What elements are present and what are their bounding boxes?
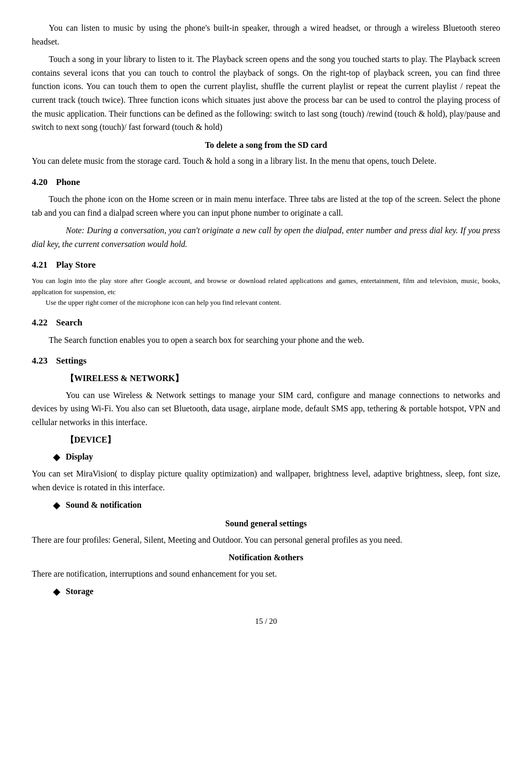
sec423-num: 4.23 xyxy=(32,356,48,366)
sec422-title: Search xyxy=(56,317,83,328)
intro-para2: Touch a song in your library to listen t… xyxy=(32,52,500,134)
intro-para1: You can listen to music by using the pho… xyxy=(32,21,500,48)
sound-bullet-item: ◆ Sound & notification xyxy=(53,498,500,513)
wireless-para: You can use Wireless & Network settings … xyxy=(32,388,500,429)
delete-heading: To delete a song from the SD card xyxy=(32,138,500,152)
display-diamond-icon: ◆ xyxy=(53,450,60,464)
notification-heading: Notification &others xyxy=(32,551,500,564)
sound-diamond-icon: ◆ xyxy=(53,498,60,513)
page-number: 15 / 20 xyxy=(32,615,500,628)
sec420-note: Note: During a conversation, you can't o… xyxy=(32,224,500,251)
device-heading: 【DEVICE】 xyxy=(32,433,500,447)
delete-para: You can delete music from the storage ca… xyxy=(32,154,500,168)
sec421-num: 4.21 xyxy=(32,260,48,270)
sound-general-heading: Sound general settings xyxy=(32,517,500,531)
sound-general-para: There are four profiles: General, Silent… xyxy=(32,533,500,547)
storage-label: Storage xyxy=(66,585,93,598)
sec420-num: 4.20 xyxy=(32,177,48,187)
sec423-title: Settings xyxy=(56,356,87,366)
page-content: You can listen to music by using the pho… xyxy=(32,21,500,628)
display-para: You can set MiraVision( to display pictu… xyxy=(32,467,500,494)
storage-diamond-icon: ◆ xyxy=(53,585,60,599)
sec420-para1: Touch the phone icon on the Home screen … xyxy=(32,192,500,219)
notification-para: There are notification, interruptions an… xyxy=(32,567,500,581)
sec421-para2: Use the upper right corner of the microp… xyxy=(32,297,500,308)
section-421-heading: 4.21 Play Store xyxy=(32,258,500,272)
section-423-heading: 4.23 Settings xyxy=(32,354,500,368)
sec422-para: The Search function enables you to open … xyxy=(32,333,500,347)
section-422-heading: 4.22 Search xyxy=(32,315,500,330)
sec421-para1: You can login into the play store after … xyxy=(32,276,500,298)
section-420-heading: 4.20 Phone xyxy=(32,175,500,189)
display-bullet-item: ◆ Display xyxy=(53,450,500,464)
wireless-heading: 【WIRELESS & NETWORK】 xyxy=(32,372,500,385)
sec422-num: 4.22 xyxy=(32,317,48,328)
sec421-title: Play Store xyxy=(56,260,96,270)
sound-label: Sound & notification xyxy=(66,498,141,512)
storage-bullet-item: ◆ Storage xyxy=(53,585,500,599)
display-label: Display xyxy=(66,450,93,464)
sec420-title: Phone xyxy=(56,177,80,187)
